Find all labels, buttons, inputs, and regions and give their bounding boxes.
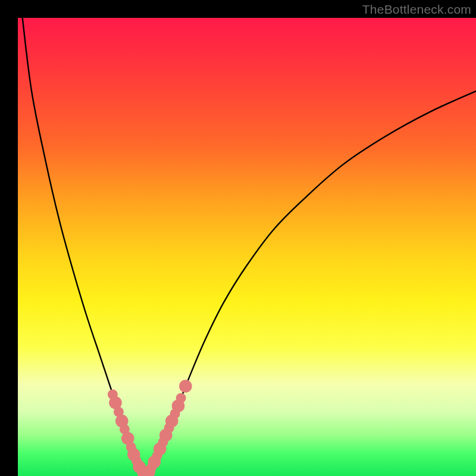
highlight-dot	[176, 393, 186, 403]
plot-area	[18, 18, 476, 476]
highlight-dot	[179, 380, 192, 393]
curve-left-path	[23, 18, 145, 474]
curve-right-path	[145, 91, 476, 474]
chart-stage: TheBottleneck.com	[0, 0, 476, 476]
marker-layer	[108, 380, 192, 476]
watermark-text: TheBottleneck.com	[362, 2, 471, 17]
curve-layer	[23, 18, 476, 474]
chart-svg	[18, 18, 476, 476]
